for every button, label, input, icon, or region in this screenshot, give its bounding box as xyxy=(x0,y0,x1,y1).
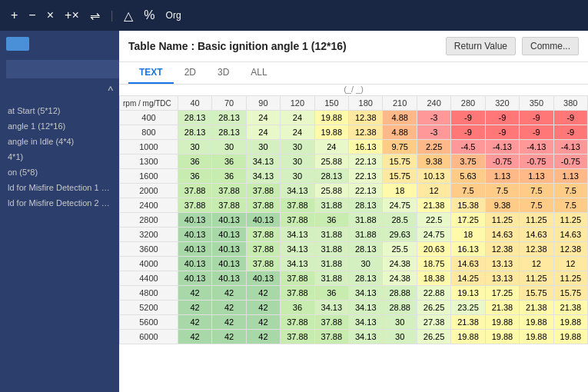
cell-r2-c7[interactable]: 2.25 xyxy=(417,140,450,154)
cell-r7-c2[interactable]: 40.13 xyxy=(246,213,280,228)
cell-r12-c1[interactable]: 42 xyxy=(212,286,246,301)
cell-r5-c7[interactable]: 12 xyxy=(417,184,450,198)
cell-r11-c9[interactable]: 13.13 xyxy=(485,271,519,286)
cell-r8-c10[interactable]: 14.63 xyxy=(520,228,553,242)
cell-r14-c11[interactable]: 19.88 xyxy=(553,315,587,330)
cell-r13-c1[interactable]: 42 xyxy=(212,301,246,315)
tab-text[interactable]: TEXT xyxy=(128,62,174,84)
cell-r13-c3[interactable]: 36 xyxy=(281,301,314,315)
cell-r5-c10[interactable]: 7.5 xyxy=(520,184,553,198)
cell-r10-c0[interactable]: 40.13 xyxy=(178,257,211,271)
cell-r4-c4[interactable]: 28.13 xyxy=(314,169,348,184)
cell-r12-c9[interactable]: 17.25 xyxy=(485,286,519,301)
cell-r6-c10[interactable]: 7.5 xyxy=(520,198,553,213)
sidebar-item-6[interactable]: ld for Misfire Detection 2 (6* xyxy=(0,195,119,211)
cell-r11-c11[interactable]: 11.25 xyxy=(553,271,587,286)
cell-r3-c1[interactable]: 36 xyxy=(212,154,246,169)
cell-r7-c1[interactable]: 40.13 xyxy=(212,213,246,228)
cell-r14-c9[interactable]: 19.88 xyxy=(485,315,519,330)
sidebar-search-input[interactable] xyxy=(6,60,119,78)
cell-r5-c5[interactable]: 22.13 xyxy=(349,184,383,198)
delta-icon[interactable]: △ xyxy=(121,7,136,25)
cell-r0-c8[interactable]: -9 xyxy=(451,111,485,125)
cell-r1-c1[interactable]: 28.13 xyxy=(212,125,246,140)
cell-r7-c4[interactable]: 36 xyxy=(314,213,348,228)
cell-r12-c10[interactable]: 15.75 xyxy=(520,286,553,301)
cell-r1-c9[interactable]: -9 xyxy=(485,125,519,140)
cell-r1-c2[interactable]: 24 xyxy=(246,125,280,140)
sidebar-item-1[interactable]: angle 1 (12*16) xyxy=(0,118,119,134)
cell-r4-c7[interactable]: 10.13 xyxy=(417,169,450,184)
cell-r13-c9[interactable]: 21.38 xyxy=(485,301,519,315)
cell-r0-c3[interactable]: 24 xyxy=(281,111,314,125)
cell-r2-c3[interactable]: 30 xyxy=(281,140,314,154)
cell-r0-c7[interactable]: -3 xyxy=(417,111,450,125)
cell-r14-c8[interactable]: 21.38 xyxy=(451,315,485,330)
cell-r15-c4[interactable]: 37.88 xyxy=(314,330,348,344)
sidebar-item-0[interactable]: at Start (5*12) xyxy=(0,103,119,118)
cell-r1-c7[interactable]: -3 xyxy=(417,125,450,140)
cell-r1-c6[interactable]: 4.88 xyxy=(383,125,417,140)
comment-button[interactable]: Comme... xyxy=(522,37,579,55)
cell-r4-c11[interactable]: 1.13 xyxy=(553,169,587,184)
cell-r15-c1[interactable]: 42 xyxy=(212,330,246,344)
cell-r8-c9[interactable]: 14.63 xyxy=(485,228,519,242)
cell-r11-c3[interactable]: 37.88 xyxy=(281,271,314,286)
cell-r6-c2[interactable]: 37.88 xyxy=(246,198,280,213)
cell-r9-c11[interactable]: 12.38 xyxy=(553,242,587,257)
sidebar-item-3[interactable]: 4*1) xyxy=(0,149,119,164)
cell-r0-c9[interactable]: -9 xyxy=(485,111,519,125)
cell-r14-c1[interactable]: 42 xyxy=(212,315,246,330)
cell-r5-c2[interactable]: 37.88 xyxy=(246,184,280,198)
cell-r7-c6[interactable]: 28.5 xyxy=(383,213,417,228)
cell-r9-c9[interactable]: 12.38 xyxy=(485,242,519,257)
cell-r14-c0[interactable]: 42 xyxy=(178,315,211,330)
plus-icon[interactable]: + xyxy=(8,7,21,24)
cell-r10-c8[interactable]: 14.63 xyxy=(451,257,485,271)
cell-r13-c8[interactable]: 23.25 xyxy=(451,301,485,315)
cell-r6-c11[interactable]: 7.5 xyxy=(553,198,587,213)
cell-r9-c3[interactable]: 34.13 xyxy=(281,242,314,257)
cell-r4-c1[interactable]: 36 xyxy=(212,169,246,184)
cell-r7-c8[interactable]: 17.25 xyxy=(451,213,485,228)
data-table-container[interactable]: rpm / mg/TDC 40 70 90 120 150 180 210 24… xyxy=(119,95,588,392)
cell-r9-c2[interactable]: 37.88 xyxy=(246,242,280,257)
cell-r4-c9[interactable]: 1.13 xyxy=(485,169,519,184)
cell-r10-c11[interactable]: 12 xyxy=(553,257,587,271)
cell-r8-c4[interactable]: 31.88 xyxy=(314,228,348,242)
cell-r4-c3[interactable]: 30 xyxy=(281,169,314,184)
cell-r2-c11[interactable]: -4.13 xyxy=(553,140,587,154)
cell-r8-c5[interactable]: 31.88 xyxy=(349,228,383,242)
cell-r3-c6[interactable]: 15.75 xyxy=(383,154,417,169)
cell-r10-c3[interactable]: 34.13 xyxy=(281,257,314,271)
cell-r14-c2[interactable]: 42 xyxy=(246,315,280,330)
cell-r2-c8[interactable]: -4.5 xyxy=(451,140,485,154)
cell-r0-c0[interactable]: 28.13 xyxy=(178,111,211,125)
cell-r12-c5[interactable]: 34.13 xyxy=(349,286,383,301)
cell-r7-c11[interactable]: 11.25 xyxy=(553,213,587,228)
cell-r3-c4[interactable]: 25.88 xyxy=(314,154,348,169)
cell-r7-c10[interactable]: 11.25 xyxy=(520,213,553,228)
cell-r11-c8[interactable]: 14.25 xyxy=(451,271,485,286)
cell-r2-c10[interactable]: -4.13 xyxy=(520,140,553,154)
sidebar-collapse-button[interactable]: ^ xyxy=(0,81,119,100)
cell-r12-c3[interactable]: 37.88 xyxy=(281,286,314,301)
cell-r5-c9[interactable]: 7.5 xyxy=(485,184,519,198)
cell-r12-c8[interactable]: 19.13 xyxy=(451,286,485,301)
cell-r13-c4[interactable]: 34.13 xyxy=(314,301,348,315)
cell-r10-c7[interactable]: 18.75 xyxy=(417,257,450,271)
cell-r14-c3[interactable]: 37.88 xyxy=(281,315,314,330)
cell-r10-c9[interactable]: 13.13 xyxy=(485,257,519,271)
cell-r6-c8[interactable]: 15.38 xyxy=(451,198,485,213)
cell-r6-c5[interactable]: 28.13 xyxy=(349,198,383,213)
cell-r1-c8[interactable]: -9 xyxy=(451,125,485,140)
cell-r2-c0[interactable]: 30 xyxy=(178,140,211,154)
cell-r11-c10[interactable]: 11.25 xyxy=(520,271,553,286)
cell-r3-c11[interactable]: -0.75 xyxy=(553,154,587,169)
cell-r13-c5[interactable]: 34.13 xyxy=(349,301,383,315)
cell-r0-c5[interactable]: 12.38 xyxy=(349,111,383,125)
cell-r15-c7[interactable]: 26.25 xyxy=(417,330,450,344)
cell-r2-c6[interactable]: 9.75 xyxy=(383,140,417,154)
cell-r13-c7[interactable]: 26.25 xyxy=(417,301,450,315)
cell-r7-c3[interactable]: 37.88 xyxy=(281,213,314,228)
